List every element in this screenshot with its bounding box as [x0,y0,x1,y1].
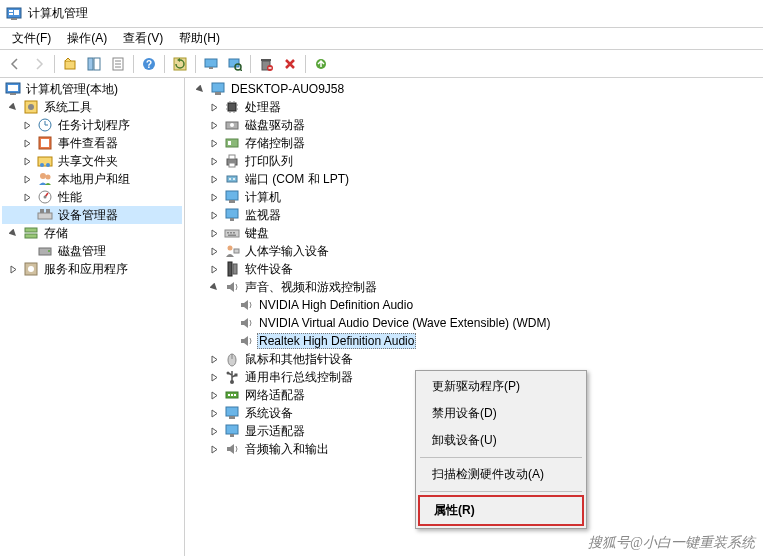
menu-update-driver[interactable]: 更新驱动程序(P) [418,373,584,400]
tree-root[interactable]: 计算机管理(本地) [2,80,182,98]
cpu-icon [224,99,240,115]
computer-icon [224,189,240,205]
expand-icon[interactable] [207,208,221,222]
tree-performance[interactable]: 性能 [2,188,182,206]
scan-hardware-button[interactable] [224,53,246,75]
svg-rect-72 [226,191,238,200]
device-sound-nvidia-hd[interactable]: NVIDIA High Definition Audio [189,296,759,314]
tree-system-tools[interactable]: 系统工具 [2,98,182,116]
menu-disable-device[interactable]: 禁用设备(D) [418,400,584,427]
svg-rect-78 [230,232,232,234]
device-sound[interactable]: 声音、视频和游戏控制器 [189,278,759,296]
device-sound-realtek[interactable]: Realtek High Definition Audio [189,332,759,350]
expand-icon[interactable] [20,172,34,186]
expand-icon[interactable] [6,262,20,276]
device-mice[interactable]: 鼠标和其他指针设备 [189,350,759,368]
device-print-queues[interactable]: 打印队列 [189,152,759,170]
tree-shared-folders[interactable]: 共享文件夹 [2,152,182,170]
expand-icon[interactable] [207,244,221,258]
device-storage-controllers[interactable]: 存储控制器 [189,134,759,152]
device-keyboards[interactable]: 键盘 [189,224,759,242]
expand-icon[interactable] [207,190,221,204]
collapse-icon[interactable] [193,82,207,96]
expand-icon[interactable] [207,388,221,402]
expand-icon[interactable] [207,100,221,114]
svg-rect-67 [229,155,235,159]
expand-icon[interactable] [20,136,34,150]
svg-rect-2 [9,13,13,15]
tree-event-viewer[interactable]: 事件查看器 [2,134,182,152]
device-disk-drives[interactable]: 磁盘驱动器 [189,116,759,134]
expand-icon[interactable] [207,118,221,132]
expand-icon[interactable] [207,154,221,168]
expand-icon[interactable] [207,370,221,384]
expand-icon[interactable] [207,352,221,366]
tree-services[interactable]: 服务和应用程序 [2,260,182,278]
computer-management-icon [5,81,21,97]
forward-button[interactable] [28,53,50,75]
expand-icon[interactable] [207,424,221,438]
expand-icon[interactable] [20,154,34,168]
device-processor[interactable]: 处理器 [189,98,759,116]
tree-task-scheduler[interactable]: 任务计划程序 [2,116,182,134]
collapse-icon[interactable] [6,100,20,114]
device-tree-pane[interactable]: DESKTOP-AUO9J58 处理器 磁盘驱动器 存储控制器 打印队列 端口 … [185,78,763,556]
back-button[interactable] [4,53,26,75]
menu-action[interactable]: 操作(A) [59,28,115,49]
uninstall-button[interactable] [255,53,277,75]
svg-rect-98 [230,434,234,437]
device-monitors[interactable]: 监视器 [189,206,759,224]
expand-icon[interactable] [207,262,221,276]
svg-text:?: ? [146,59,152,70]
left-tree-pane[interactable]: 计算机管理(本地) 系统工具 任务计划程序 事件查看器 共享文件夹 [0,78,185,556]
device-label: 软件设备 [243,261,295,278]
device-label: 人体学输入设备 [243,243,331,260]
device-sound-nvidia-virtual[interactable]: NVIDIA Virtual Audio Device (Wave Extens… [189,314,759,332]
help-button[interactable]: ? [138,53,160,75]
expand-icon[interactable] [207,226,221,240]
device-ports[interactable]: 端口 (COM 和 LPT) [189,170,759,188]
expand-icon[interactable] [207,442,221,456]
device-computer[interactable]: DESKTOP-AUO9J58 [189,80,759,98]
device-software[interactable]: 软件设备 [189,260,759,278]
svg-rect-15 [205,59,217,67]
svg-rect-3 [14,10,19,15]
update-driver-button[interactable] [310,53,332,75]
expand-icon[interactable] [207,406,221,420]
up-button[interactable] [59,53,81,75]
monitor-button[interactable] [200,53,222,75]
toolbar-separator [133,55,134,73]
tree-local-users[interactable]: 本地用户和组 [2,170,182,188]
svg-rect-95 [226,407,238,416]
expand-icon[interactable] [20,190,34,204]
refresh-button[interactable] [169,53,191,75]
tree-label: 性能 [56,189,84,206]
expand-icon[interactable] [20,118,34,132]
collapse-icon[interactable] [207,280,221,294]
toolbar: ? [0,50,763,78]
menu-separator [420,491,582,492]
tree-label: 本地用户和组 [56,171,132,188]
show-hide-tree-button[interactable] [83,53,105,75]
menu-bar: 文件(F) 操作(A) 查看(V) 帮助(H) [0,28,763,50]
expand-icon[interactable] [207,172,221,186]
menu-uninstall-device[interactable]: 卸载设备(U) [418,427,584,454]
tree-device-manager[interactable]: 设备管理器 [2,206,182,224]
expand-icon[interactable] [207,136,221,150]
menu-view[interactable]: 查看(V) [115,28,171,49]
tree-storage[interactable]: 存储 [2,224,182,242]
device-computer-cat[interactable]: 计算机 [189,188,759,206]
menu-file[interactable]: 文件(F) [4,28,59,49]
properties-button[interactable] [107,53,129,75]
collapse-icon[interactable] [6,226,20,240]
hid-icon [224,243,240,259]
menu-scan-hardware[interactable]: 扫描检测硬件改动(A) [418,461,584,488]
tree-disk-management[interactable]: 磁盘管理 [2,242,182,260]
menu-help[interactable]: 帮助(H) [171,28,228,49]
disable-button[interactable] [279,53,301,75]
menu-properties[interactable]: 属性(R) [418,495,584,526]
device-hid[interactable]: 人体学输入设备 [189,242,759,260]
mouse-icon [224,351,240,367]
svg-point-63 [230,123,234,127]
services-icon [23,261,39,277]
